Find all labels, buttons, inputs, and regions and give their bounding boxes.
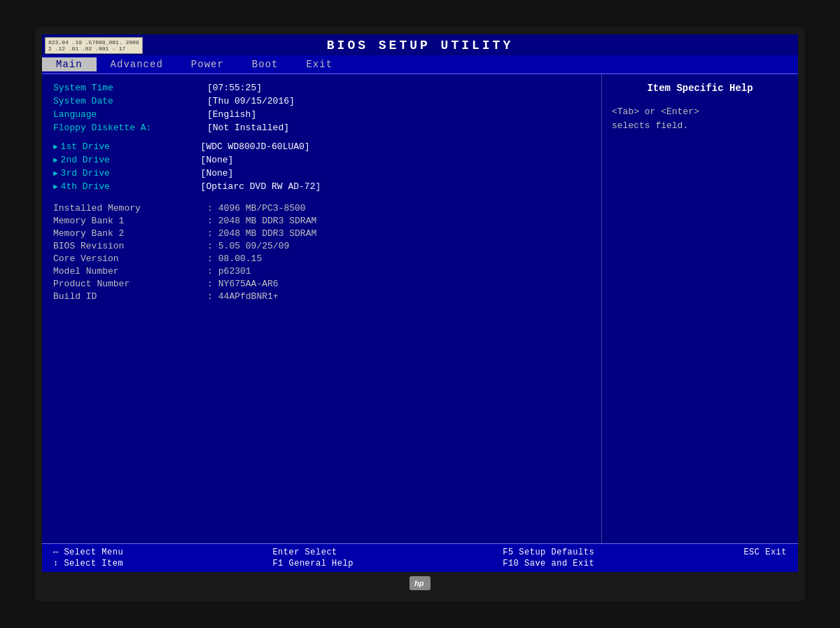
value-bios-revision: 5.05 09/25/09 (218, 241, 289, 251)
menu-bar: Main Advanced Power Boot Exit (42, 55, 798, 74)
value-core-version: 08.00.15 (218, 253, 262, 264)
value-model-number: p62301 (218, 266, 251, 277)
hp-logo-svg: hp (412, 578, 428, 589)
row-core-version: Core Version : 08.00.15 (53, 253, 590, 264)
system-info-section: Installed Memory : 4096 MB/PC3-8500 Memo… (53, 203, 590, 302)
hp-logo: hp (410, 576, 430, 590)
row-1st-drive[interactable]: ► 1st Drive [WDC WD800JD-60LUA0] (53, 141, 590, 152)
label-memory-bank2: Memory Bank 2 (53, 228, 207, 239)
label-model-number: Model Number (53, 266, 207, 277)
row-bios-revision: BIOS Revision : 5.05 09/25/09 (53, 241, 590, 251)
label-memory-bank1: Memory Bank 1 (53, 216, 207, 226)
help-title: Item Specific Help (612, 83, 788, 94)
row-system-date[interactable]: System Date [Thu 09/15/2016] (53, 96, 590, 106)
value-4th-drive: [Optiarc DVD RW AD-72] (201, 181, 321, 192)
colon-3: : (207, 241, 213, 251)
sticker-line2: 2 .12 .01 .02 .001 - 17 (48, 46, 139, 52)
label-build-id: Build ID (53, 291, 207, 302)
row-build-id: Build ID : 44APfdBNR1+ (53, 291, 590, 302)
menu-item-main[interactable]: Main (42, 57, 97, 71)
sticker: 023.04 .19 .57688_001. 2009 2 .12 .01 .0… (45, 37, 143, 54)
status-col-1: ↔ Select Menu ↕ Select Item (53, 547, 123, 568)
value-3rd-drive: [None] (201, 168, 234, 179)
bios-screen: 023.04 .19 .57688_001. 2009 2 .12 .01 .0… (42, 34, 798, 572)
colon-2: : (207, 228, 213, 239)
value-1st-drive: [WDC WD800JD-60LUA0] (201, 141, 310, 152)
monitor-bezel: 023.04 .19 .57688_001. 2009 2 .12 .01 .0… (35, 27, 805, 601)
right-panel: Item Specific Help <Tab> or <Enter>selec… (602, 74, 798, 543)
row-4th-drive[interactable]: ► 4th Drive [Optiarc DVD RW AD-72] (53, 181, 590, 192)
status-bar: ↔ Select Menu ↕ Select Item Enter Select… (42, 543, 798, 572)
label-system-time: System Time (53, 83, 207, 93)
label-installed-memory: Installed Memory (53, 203, 207, 214)
content-area: System Time [07:55:25] System Date [Thu … (42, 74, 798, 543)
row-3rd-drive[interactable]: ► 3rd Drive [None] (53, 168, 590, 179)
menu-item-exit[interactable]: Exit (292, 57, 346, 71)
help-text: <Tab> or <Enter>selects field. (612, 105, 788, 134)
row-floppy[interactable]: Floppy Diskette A: [Not Installed] (53, 123, 590, 133)
value-system-time: [07:55:25] (207, 83, 262, 93)
label-4th-drive: 4th Drive (61, 181, 201, 192)
label-floppy: Floppy Diskette A: (53, 123, 207, 133)
value-memory-bank1: 2048 MB DDR3 SDRAM (218, 216, 316, 226)
drives-section: ► 1st Drive [WDC WD800JD-60LUA0] ► 2nd D… (53, 141, 590, 192)
colon-7: : (207, 291, 213, 302)
status-col-3: F5 Setup Defaults F10 Save and Exit (503, 547, 594, 568)
arrow-3rd-drive: ► (53, 169, 58, 178)
arrow-4th-drive: ► (53, 183, 58, 191)
row-installed-memory: Installed Memory : 4096 MB/PC3-8500 (53, 203, 590, 214)
row-model-number: Model Number : p62301 (53, 266, 590, 277)
colon-6: : (207, 279, 213, 289)
status-f10-save: F10 Save and Exit (503, 559, 594, 568)
value-product-number: NY675AA-AR6 (218, 279, 279, 289)
value-2nd-drive: [None] (201, 155, 234, 165)
row-memory-bank1: Memory Bank 1 : 2048 MB DDR3 SDRAM (53, 216, 590, 226)
arrow-1st-drive: ► (53, 143, 58, 151)
value-build-id: 44APfdBNR1+ (218, 291, 279, 302)
hp-logo-area: hp (410, 572, 430, 594)
row-language[interactable]: Language [English] (53, 109, 590, 120)
value-language: [English] (207, 109, 256, 120)
label-2nd-drive: 2nd Drive (61, 155, 201, 165)
colon-0: : (207, 203, 213, 214)
label-product-number: Product Number (53, 279, 207, 289)
menu-item-advanced[interactable]: Advanced (97, 57, 177, 71)
value-memory-bank2: 2048 MB DDR3 SDRAM (218, 228, 316, 239)
status-select-item: ↕ Select Item (53, 559, 123, 568)
row-2nd-drive[interactable]: ► 2nd Drive [None] (53, 155, 590, 165)
label-system-date: System Date (53, 96, 207, 106)
status-enter-select: Enter Select (272, 547, 354, 557)
arrow-2nd-drive: ► (53, 156, 58, 165)
row-system-time[interactable]: System Time [07:55:25] (53, 83, 590, 93)
menu-item-boot[interactable]: Boot (238, 57, 293, 71)
sticker-line1: 023.04 .19 .57688_001. 2009 (48, 39, 139, 46)
row-memory-bank2: Memory Bank 2 : 2048 MB DDR3 SDRAM (53, 228, 590, 239)
label-language: Language (53, 109, 207, 120)
bios-title: BIOS SETUP UTILITY (42, 34, 798, 55)
label-core-version: Core Version (53, 253, 207, 264)
label-3rd-drive: 3rd Drive (61, 168, 201, 179)
status-col-4: ESC Exit (743, 547, 787, 568)
label-1st-drive: 1st Drive (61, 141, 201, 152)
status-f1-help: F1 General Help (272, 559, 354, 568)
value-system-date: [Thu 09/15/2016] (207, 96, 295, 106)
colon-5: : (207, 266, 213, 277)
value-floppy: [Not Installed] (207, 123, 289, 133)
status-esc-exit: ESC Exit (743, 547, 787, 557)
label-bios-revision: BIOS Revision (53, 241, 207, 251)
colon-1: : (207, 216, 213, 226)
row-product-number: Product Number : NY675AA-AR6 (53, 279, 590, 289)
status-empty (743, 559, 787, 568)
status-f5-defaults: F5 Setup Defaults (503, 547, 594, 557)
status-select-menu: ↔ Select Menu (53, 547, 123, 557)
colon-4: : (207, 253, 213, 264)
menu-item-power[interactable]: Power (177, 57, 238, 71)
value-installed-memory: 4096 MB/PC3-8500 (218, 203, 306, 214)
svg-text:hp: hp (414, 579, 424, 587)
status-col-2: Enter Select F1 General Help (272, 547, 354, 568)
left-panel: System Time [07:55:25] System Date [Thu … (42, 74, 602, 543)
